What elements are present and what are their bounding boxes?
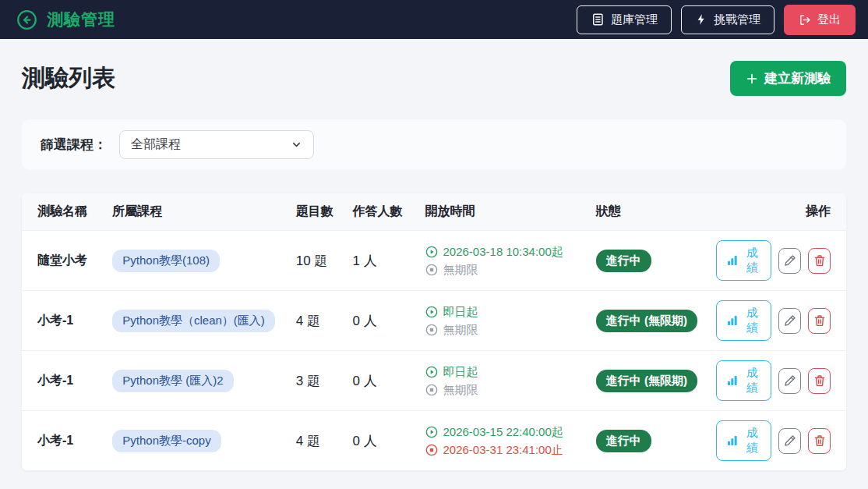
table-row: 小考-1 Python教學-copy 4 題 0 人 2026-03-15 22… <box>22 411 846 471</box>
logout-button[interactable]: 登出 <box>784 5 856 35</box>
grades-label: 成績 <box>743 246 761 275</box>
course-filter-selected-value: 全部課程 <box>131 136 181 153</box>
question-bank-label: 題庫管理 <box>611 12 658 27</box>
column-header-status: 狀態 <box>587 193 707 231</box>
plus-icon <box>746 73 758 85</box>
edit-button[interactable] <box>778 368 801 394</box>
stop-circle-icon <box>425 324 438 336</box>
open-end-text: 2026-03-31 23:41:00止 <box>443 441 563 459</box>
column-header-name: 測驗名稱 <box>22 193 103 231</box>
delete-button[interactable] <box>808 308 831 334</box>
quiz-table: 測驗名稱 所屬課程 題目數 作答人數 開放時間 狀態 操作 隨堂小考 Pytho… <box>22 193 846 470</box>
grades-button[interactable]: 成績 <box>716 360 771 401</box>
open-start-line: 2026-03-15 22:40:00起 <box>425 423 577 441</box>
back-button[interactable] <box>16 9 37 30</box>
open-start-line: 即日起 <box>425 363 577 381</box>
open-end-line: 2026-03-31 23:41:00止 <box>425 441 577 459</box>
bar-chart-icon <box>726 314 739 327</box>
quiz-name: 小考-1 <box>37 434 73 447</box>
bar-chart-icon <box>726 374 739 387</box>
table-row: 小考-1 Python教學 (匯入)2 3 題 0 人 即日起 <box>22 351 846 411</box>
logout-label: 登出 <box>817 12 841 27</box>
stop-circle-icon <box>425 264 438 276</box>
stop-circle-icon <box>425 444 438 456</box>
trash-icon <box>813 314 826 327</box>
quiz-name: 隨堂小考 <box>37 253 87 267</box>
pencil-icon <box>784 374 796 387</box>
trash-icon <box>813 374 826 387</box>
create-quiz-button[interactable]: 建立新測驗 <box>730 61 846 96</box>
page-title: 測驗列表 <box>22 62 115 94</box>
table-row: 隨堂小考 Python教學(108) 10 題 1 人 2026-03-18 1… <box>22 231 846 291</box>
question-count: 4 題 <box>296 314 320 328</box>
play-circle-icon <box>425 306 438 318</box>
grades-label: 成績 <box>743 366 761 395</box>
play-circle-icon <box>425 246 438 258</box>
course-badge: Python教學（clean）(匯入) <box>112 310 275 332</box>
delete-button[interactable] <box>808 248 831 274</box>
grades-button[interactable]: 成績 <box>716 300 771 341</box>
logout-icon <box>799 13 812 27</box>
question-bank-button[interactable]: 題庫管理 <box>577 5 672 34</box>
challenge-label: 挑戰管理 <box>714 12 760 27</box>
open-end-text: 無期限 <box>443 321 478 338</box>
quiz-name: 小考-1 <box>37 314 73 327</box>
delete-button[interactable] <box>808 428 831 454</box>
table-body: 隨堂小考 Python教學(108) 10 題 1 人 2026-03-18 1… <box>22 231 846 471</box>
delete-button[interactable] <box>808 368 831 394</box>
course-filter-select[interactable]: 全部課程 <box>119 130 314 159</box>
top-navigation-bar: 測驗管理 題庫管理 挑戰管理 <box>0 0 868 39</box>
open-start-line: 即日起 <box>425 303 577 321</box>
edit-button[interactable] <box>778 248 801 274</box>
respondent-count: 0 人 <box>353 434 377 448</box>
play-circle-icon <box>425 426 438 438</box>
open-end-text: 無期限 <box>443 381 478 399</box>
column-header-open-time: 開放時間 <box>416 193 587 231</box>
course-badge: Python教學(108) <box>112 250 220 272</box>
pencil-icon <box>784 434 796 447</box>
course-filter-card: 篩選課程： 全部課程 <box>22 119 846 170</box>
quiz-table-card: 測驗名稱 所屬課程 題目數 作答人數 開放時間 狀態 操作 隨堂小考 Pytho… <box>22 193 846 470</box>
lightning-icon <box>695 13 707 26</box>
bar-chart-icon <box>726 254 739 267</box>
open-start-text: 2026-03-18 10:34:00起 <box>443 243 563 260</box>
app-title: 測驗管理 <box>47 9 115 30</box>
status-badge: 進行中 <box>596 430 651 452</box>
grades-button[interactable]: 成績 <box>716 420 771 461</box>
trash-icon <box>813 434 826 447</box>
column-header-actions: 操作 <box>707 193 846 231</box>
open-start-text: 即日起 <box>443 303 478 321</box>
challenge-button[interactable]: 挑戰管理 <box>681 5 774 34</box>
pencil-icon <box>784 254 796 267</box>
play-circle-icon <box>425 366 438 378</box>
question-bank-list-icon <box>591 12 605 27</box>
pencil-icon <box>784 314 796 327</box>
status-badge: 進行中 <box>596 250 651 272</box>
quiz-table-header: 測驗名稱 所屬課程 題目數 作答人數 開放時間 狀態 操作 <box>22 193 846 231</box>
edit-button[interactable] <box>778 428 801 454</box>
column-header-questions: 題目數 <box>287 193 344 231</box>
grades-button[interactable]: 成績 <box>716 240 771 281</box>
open-end-text: 無期限 <box>443 260 478 278</box>
open-start-text: 2026-03-15 22:40:00起 <box>443 423 563 441</box>
table-row: 小考-1 Python教學（clean）(匯入) 4 題 0 人 即日起 <box>22 291 846 351</box>
status-badge: 進行中 (無限期) <box>596 370 697 392</box>
topbar-left: 測驗管理 <box>16 9 115 30</box>
stop-circle-icon <box>425 384 438 396</box>
create-quiz-label: 建立新測驗 <box>764 69 831 87</box>
open-end-line: 無期限 <box>425 381 577 399</box>
column-header-respondents: 作答人數 <box>344 193 416 231</box>
chevron-down-icon <box>291 139 302 151</box>
quiz-name: 小考-1 <box>37 374 73 387</box>
respondent-count: 0 人 <box>353 374 377 388</box>
status-badge: 進行中 (無限期) <box>596 310 697 332</box>
question-count: 3 題 <box>296 374 320 388</box>
filter-label: 篩選課程： <box>41 136 107 154</box>
grades-label: 成績 <box>743 306 761 335</box>
course-badge: Python教學 (匯入)2 <box>112 370 233 392</box>
course-badge: Python教學-copy <box>112 430 221 452</box>
question-count: 4 題 <box>296 434 320 448</box>
title-row: 測驗列表 建立新測驗 <box>22 61 846 96</box>
edit-button[interactable] <box>778 308 801 334</box>
column-header-course: 所屬課程 <box>103 193 286 231</box>
